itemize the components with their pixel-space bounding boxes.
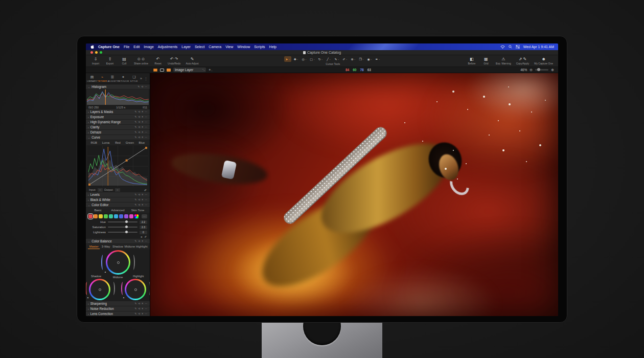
wheel-marker[interactable]: ▲ <box>104 271 106 273</box>
panel-header[interactable]: › Exposure <box>86 115 150 119</box>
toolbar-button[interactable]: ⇩ Import <box>91 57 100 65</box>
menu-item[interactable]: View <box>225 45 233 49</box>
wheel-marker[interactable]: ▲ <box>87 296 89 299</box>
curve-tab[interactable]: Green <box>124 140 135 145</box>
color-editor-tab[interactable]: Skin Tone <box>128 208 148 213</box>
panel-header-icons[interactable] <box>135 198 148 201</box>
panel-header-icons[interactable] <box>135 240 148 242</box>
tool-tab[interactable]: ❏ STYLE <box>129 75 139 82</box>
color-balance-tab[interactable]: 3-Way <box>100 244 111 249</box>
primary-view-icon[interactable] <box>160 69 164 72</box>
wheel-side-slider[interactable] <box>111 282 115 295</box>
panel-header-icons[interactable] <box>135 121 148 123</box>
highlight-color-wheel[interactable] <box>125 279 146 300</box>
zoom-slider-knob[interactable] <box>537 68 540 71</box>
toolbar-button[interactable]: ⇗ ✎ Copy/Apply <box>516 57 530 65</box>
color-swatch[interactable] <box>114 214 118 218</box>
tab-overflow-icon[interactable]: » <box>139 77 143 80</box>
cursor-tool-button[interactable]: ◉ <box>366 56 373 62</box>
color-editor-tab[interactable]: Basic <box>88 208 108 213</box>
color-swatch[interactable] <box>134 214 139 218</box>
panel-header-icons[interactable] <box>135 307 148 310</box>
wheel-side-slider[interactable] <box>121 282 125 295</box>
output-value[interactable]: -- <box>115 188 120 192</box>
color-swatch[interactable] <box>109 214 113 218</box>
wheel-side-slider[interactable] <box>101 255 105 270</box>
menu-item[interactable]: Window <box>237 45 250 49</box>
menu-item[interactable]: Camera <box>209 45 221 49</box>
color-swatch[interactable] <box>119 214 123 218</box>
toolbar-button[interactable]: ⚠ Exp. Warning <box>496 57 511 65</box>
proof-view-icon[interactable] <box>167 69 171 72</box>
panel-header-icons[interactable] <box>137 85 148 88</box>
tool-tab[interactable]: ☰ ADJUST <box>107 75 118 82</box>
panel-header-icons[interactable] <box>135 302 148 305</box>
menu-item[interactable]: Image <box>144 45 153 49</box>
color-picker-icon[interactable]: ✐ <box>144 235 147 238</box>
menu-item[interactable]: Layer <box>181 45 191 49</box>
panel-header-icons[interactable] <box>135 136 148 139</box>
toolbar-button[interactable]: ⇧ Export <box>105 57 114 65</box>
cursor-tool-button[interactable]: ↻ <box>317 56 324 62</box>
clock[interactable]: Wed Apr 1 9:41 AM <box>523 45 554 49</box>
color-swatch[interactable] <box>124 214 128 218</box>
toolbar-button[interactable]: ▤ Cull <box>120 57 129 65</box>
toolbar-button[interactable]: ↶ ↷ Undo/Redo <box>168 57 180 65</box>
cursor-tool-button[interactable]: ❐ <box>358 56 365 62</box>
panel-header[interactable]: › High Dynamic Range <box>86 120 150 124</box>
image-viewer[interactable] <box>150 73 558 316</box>
slider-track[interactable] <box>108 221 137 222</box>
panel-header-icons[interactable] <box>135 116 148 118</box>
panel-header-icons[interactable] <box>135 204 148 206</box>
zoom-slider[interactable] <box>535 69 548 71</box>
curve-tab[interactable]: Red <box>112 140 124 145</box>
cursor-tool-button[interactable]: ▢ <box>309 56 316 62</box>
panel-header-icons[interactable] <box>135 193 148 196</box>
wheel-side-slider[interactable] <box>131 255 135 270</box>
panel-header[interactable]: › Levels <box>86 192 150 197</box>
color-swatch[interactable] <box>99 214 103 218</box>
multi-view-icon[interactable] <box>153 69 157 72</box>
input-value[interactable]: -- <box>98 188 103 192</box>
cursor-tool-button[interactable]: ◎ <box>301 56 308 62</box>
panel-header-color-balance[interactable]: ⌄ Color Balance <box>86 239 150 243</box>
slider-thumb[interactable] <box>125 226 128 228</box>
search-icon[interactable] <box>509 45 512 49</box>
list-icon[interactable]: ≡ <box>141 235 142 238</box>
menu-item[interactable]: Help <box>269 45 277 49</box>
cursor-tool-button[interactable]: ➤ <box>284 56 291 62</box>
tab-menu-icon[interactable]: ⋮ <box>143 77 149 81</box>
panel-header[interactable]: › Sharpening <box>86 301 150 306</box>
toolbar-button[interactable]: ✎ Auto Adjust <box>186 57 198 65</box>
color-swatch[interactable] <box>94 214 98 218</box>
cursor-tool-button[interactable]: ╱ <box>325 56 332 62</box>
cursor-tool-button[interactable]: ✐ <box>341 56 349 62</box>
panel-header[interactable]: › Dehaze <box>86 130 150 135</box>
panel-header[interactable]: › Clarity <box>86 125 150 129</box>
panel-header-icons[interactable] <box>135 126 148 128</box>
cursor-tool-button[interactable]: ✚ <box>292 56 300 62</box>
toolbar-button[interactable]: ☻ My Capture One <box>534 57 553 65</box>
menu-item[interactable]: Capture One <box>98 45 120 49</box>
cursor-tool-button[interactable]: ✒ <box>374 56 381 62</box>
color-swatch[interactable] <box>129 214 133 218</box>
zoom-out-icon[interactable]: ⊖ <box>530 68 533 72</box>
panel-header-icons[interactable] <box>135 131 148 133</box>
wifi-icon[interactable] <box>500 45 505 49</box>
slider-track[interactable] <box>108 232 137 233</box>
add-layer-button[interactable]: + <box>209 68 213 72</box>
toolbar-button[interactable]: ▦ Grid <box>481 57 491 65</box>
color-balance-tab[interactable]: Highlight <box>136 244 148 249</box>
menu-item[interactable]: Adjustments <box>158 45 178 49</box>
curve-tab[interactable]: Luma <box>100 140 111 145</box>
menu-item[interactable]: File <box>124 45 129 49</box>
shadow-color-wheel[interactable] <box>89 279 110 300</box>
panel-header[interactable]: › Lens Correction <box>86 311 150 316</box>
color-balance-tab[interactable]: Master <box>88 244 100 249</box>
midtone-color-wheel[interactable] <box>106 250 130 275</box>
menu-item[interactable]: Scripts <box>254 45 265 49</box>
swatch-more-button[interactable]: ⋯ <box>142 214 147 218</box>
panel-header[interactable]: › Noise Reduction <box>86 306 150 311</box>
cursor-tool-button[interactable]: ⊕ <box>350 56 357 62</box>
panel-header-icons[interactable] <box>135 312 148 315</box>
